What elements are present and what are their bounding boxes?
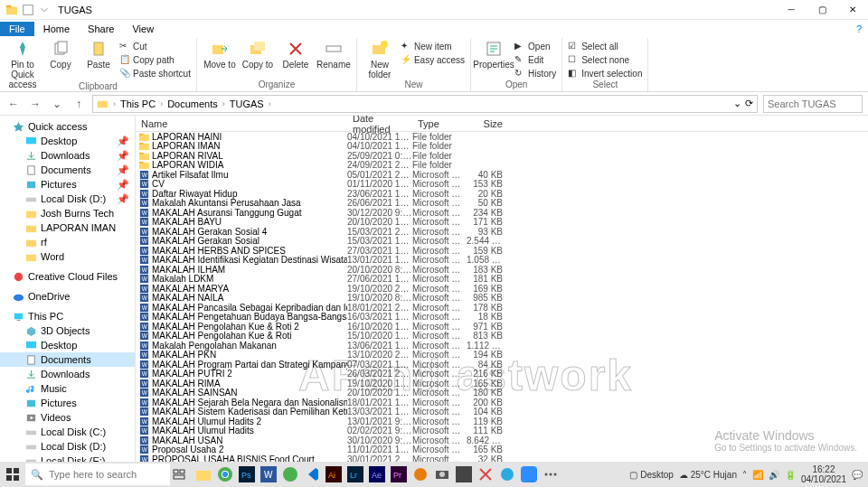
edit-button[interactable]: ✎Edit: [514, 53, 556, 66]
file-row[interactable]: WMAKALAH RIMA19/10/2020 10:11Microsoft W…: [136, 379, 868, 389]
nav-pictures[interactable]: Pictures📌: [0, 177, 135, 192]
copy-path-button[interactable]: 📋Copy path: [119, 53, 191, 66]
app-explorer[interactable]: [193, 464, 213, 484]
nav-videos[interactable]: Videos: [0, 410, 135, 425]
app-snagit[interactable]: [497, 464, 517, 484]
app-vscode[interactable]: [302, 464, 322, 484]
file-row[interactable]: WMakalah Pengolahan Makanan13/06/2021 12…: [136, 341, 868, 351]
select-none-button[interactable]: ☐Select none: [568, 53, 642, 66]
file-row[interactable]: WArtikel Filsafat Ilmu05/01/2021 22:04Mi…: [136, 170, 868, 180]
nav-laporan[interactable]: LAPORAN IMAN: [0, 220, 135, 235]
search-input[interactable]: [763, 95, 863, 113]
file-row[interactable]: WMAKALAH Asuransi Tanggung Gugat30/12/20…: [136, 208, 868, 218]
forward-button[interactable]: →: [27, 96, 43, 112]
new-folder-button[interactable]: New folder: [363, 40, 397, 80]
col-type[interactable]: Type: [412, 118, 467, 129]
file-row[interactable]: WMAKALAH Program Partai dan Strategi Kam…: [136, 360, 868, 370]
col-name[interactable]: Name: [136, 118, 347, 129]
taskbar-search[interactable]: 🔍Type here to search: [25, 464, 170, 485]
file-row[interactable]: WMAKALAH Gerakan Sosial 415/03/2021 21:5…: [136, 227, 868, 237]
file-row[interactable]: WMAKALAH PKN13/10/2020 23:02Microsoft Wo…: [136, 351, 868, 361]
nav-desktop2[interactable]: Desktop: [0, 338, 135, 352]
nav-documents2[interactable]: Documents: [0, 352, 135, 367]
paste-shortcut-button[interactable]: 📎Paste shortcut: [119, 67, 191, 80]
nav-ccf[interactable]: Creative Cloud Files: [0, 269, 135, 284]
col-size[interactable]: Size: [467, 118, 508, 129]
tray-weather[interactable]: ☁ 25°C Hujan: [679, 470, 737, 480]
file-row[interactable]: WMAKALAH ILHAM20/10/2020 8:33Microsoft W…: [136, 265, 868, 275]
file-row[interactable]: WMAKALAH Ulumul Hadits 213/01/2021 9:28M…: [136, 417, 868, 426]
maximize-button[interactable]: ▢: [807, 0, 837, 20]
up-button[interactable]: ↑: [71, 96, 87, 112]
move-to-button[interactable]: Move to: [203, 40, 237, 70]
app-pr[interactable]: Pr: [389, 464, 409, 484]
file-row[interactable]: LAPORAN WIDIA24/09/2021 21:54File folder: [136, 161, 868, 171]
nav-music[interactable]: Music: [0, 381, 135, 396]
nav-pictures2[interactable]: Pictures: [0, 396, 135, 410]
app-ai[interactable]: Ai: [324, 464, 344, 484]
tray-wifi-icon[interactable]: 📶: [752, 470, 763, 480]
new-item-button[interactable]: ✦New item: [401, 40, 465, 52]
nav-localc[interactable]: Local Disk (C:): [0, 425, 135, 439]
view-tab[interactable]: View: [123, 22, 163, 36]
tray-battery-icon[interactable]: 🔋: [785, 470, 796, 480]
file-row[interactable]: WMAKALAH Sejarah Bela Negara dan Nasiona…: [136, 398, 868, 407]
file-row[interactable]: WMAKALAH NAILA19/10/2020 8:29Microsoft W…: [136, 294, 868, 304]
tray-sound-icon[interactable]: 🔊: [769, 470, 779, 480]
file-row[interactable]: WMAKALAH Pancasila Sebagai Kepribadian d…: [136, 303, 868, 313]
file-row[interactable]: LAPORAN IMAN04/10/2021 13:42File folder: [136, 142, 868, 152]
nav-downloads2[interactable]: Downloads: [0, 367, 135, 381]
file-row[interactable]: WDaftar Riwayat Hidup23/06/2021 19:12Mic…: [136, 189, 868, 199]
qat-icon[interactable]: [22, 4, 34, 16]
nav-downloads[interactable]: Downloads📌: [0, 148, 135, 163]
tray-up-icon[interactable]: ˄: [742, 470, 747, 480]
file-row[interactable]: WCV01/11/2020 13:36Microsoft Word D...15…: [136, 180, 868, 190]
home-tab[interactable]: Home: [34, 22, 79, 36]
help-button[interactable]: ?: [850, 23, 868, 34]
nav-onedrive[interactable]: OneDrive: [0, 289, 135, 304]
nav-thispc[interactable]: This PC: [0, 309, 135, 323]
crumb-tugas[interactable]: TUGAS: [230, 98, 264, 109]
app-blender[interactable]: [410, 464, 430, 484]
tray-notifications-icon[interactable]: 💬: [852, 470, 863, 480]
app-snip[interactable]: [476, 464, 495, 484]
nav-3dobjects[interactable]: 3D Objects: [0, 323, 135, 338]
app-word[interactable]: W: [259, 464, 278, 484]
file-row[interactable]: WMAKALAH BAYU20/10/2020 16:45Microsoft W…: [136, 218, 868, 228]
nav-quick-access[interactable]: Quick access: [0, 119, 135, 134]
file-row[interactable]: WMAKALAH Gerakan Sosial15/03/2021 17:35M…: [136, 237, 868, 247]
properties-button[interactable]: Properties: [476, 40, 511, 70]
file-row[interactable]: WMAKALAH HERBS AND SPICES27/03/2021 17:3…: [136, 246, 868, 256]
file-row[interactable]: WMAKALAH SAINSAN20/10/2020 16:06Microsof…: [136, 389, 868, 398]
minimize-button[interactable]: ─: [776, 0, 807, 20]
tray-clock[interactable]: 16:22 04/10/2021: [801, 464, 846, 484]
nav-documents[interactable]: Documents📌: [0, 163, 135, 177]
pin-quick-access-button[interactable]: Pin to Quick access: [5, 40, 40, 89]
file-row[interactable]: LAPORAN RIVAL25/09/2021 0:40File folder: [136, 151, 868, 161]
qat-dropdown-icon[interactable]: [38, 4, 51, 16]
file-row[interactable]: LAPORAN HAINI04/10/2021 13:42File folder: [136, 132, 868, 142]
file-row[interactable]: WMakalah LDKM27/06/2021 11:24Microsoft W…: [136, 275, 868, 285]
back-button[interactable]: ←: [5, 96, 22, 112]
file-row[interactable]: WMakalah Akuntansi Perusahaan Jasa26/06/…: [136, 199, 868, 209]
history-button[interactable]: ↻History: [514, 67, 556, 80]
app-ps[interactable]: Ps: [237, 464, 257, 484]
nav-locald[interactable]: Local Disk (D:)📌: [0, 192, 135, 206]
app-zoom[interactable]: [519, 464, 539, 484]
task-view-button[interactable]: [170, 464, 190, 484]
crumb-documents[interactable]: Documents: [167, 98, 218, 109]
nav-locald2[interactable]: Local Disk (D:): [0, 439, 135, 454]
file-row[interactable]: WMAKALAH PUTRI 226/03/2021 20:50Microsof…: [136, 370, 868, 379]
tray-desktop-label[interactable]: ▢ Desktop: [629, 470, 673, 480]
breadcrumb[interactable]: › This PC› Documents› TUGAS› ⌄ ⟳: [92, 95, 758, 113]
rename-button[interactable]: Rename: [316, 40, 351, 70]
file-row[interactable]: WMAKALAH Sistem Kaderisasi dan Pemilihan…: [136, 407, 868, 417]
addr-dropdown-icon[interactable]: ⌄: [733, 98, 741, 109]
app-x[interactable]: [454, 464, 474, 484]
copy-button[interactable]: Copy: [43, 40, 78, 70]
cut-button[interactable]: ✂Cut: [119, 40, 191, 52]
select-all-button[interactable]: ☑Select all: [568, 40, 642, 52]
nav-desktop[interactable]: Desktop📌: [0, 134, 135, 148]
file-row[interactable]: WMAKALAH Pengetahuan Budaya Bangsa-Bangs…: [136, 313, 868, 323]
nav-josh[interactable]: Josh Burns Tech: [0, 206, 135, 220]
